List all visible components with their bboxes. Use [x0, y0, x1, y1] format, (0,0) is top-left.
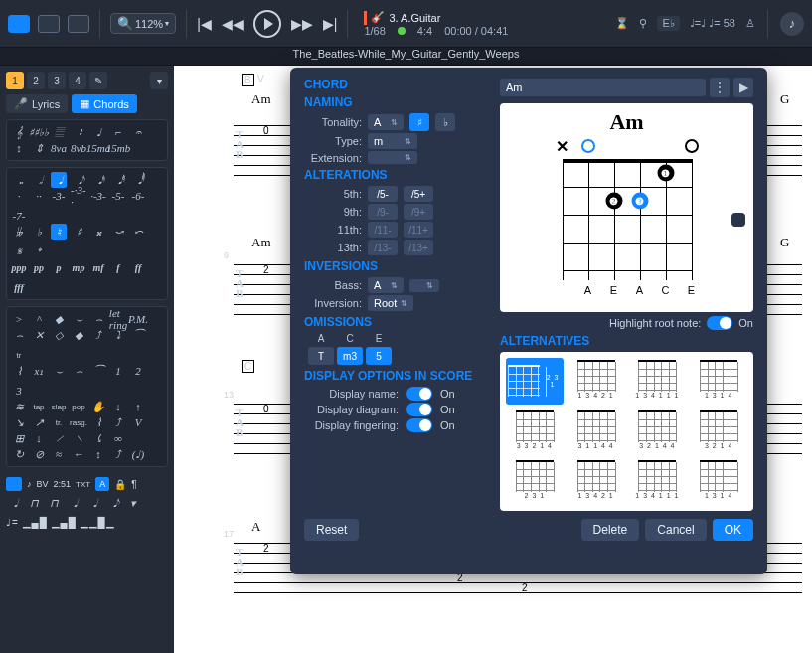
palette-item[interactable]: 𝅘𝅥: [51, 172, 67, 188]
palette-item[interactable]: ⊞: [11, 430, 27, 446]
palette-item[interactable]: 1: [110, 363, 126, 379]
palette-item[interactable]: V: [130, 414, 146, 430]
fretboard[interactable]: ✕ ❶ ❷ ❸ A E A C E: [563, 141, 692, 280]
palette-item[interactable]: ⟋: [51, 430, 67, 446]
alternative-chord[interactable]: 3 2 1 4: [690, 408, 747, 455]
palette-item[interactable]: rasg.: [71, 414, 86, 430]
palette-item[interactable]: ^: [31, 311, 47, 327]
palette-item[interactable]: ↗: [31, 414, 47, 430]
palette-item[interactable]: P.M.: [130, 311, 146, 327]
go-end-button[interactable]: ▶|: [323, 16, 338, 32]
palette-item[interactable]: ⤴: [110, 446, 126, 462]
palette-item[interactable]: 𝄚: [51, 124, 67, 140]
palette-item[interactable]: 𝅘𝅥: [85, 495, 101, 511]
fret-dot-root[interactable]: ❸: [631, 193, 648, 210]
palette-item[interactable]: ⟍: [71, 430, 86, 446]
omission-m3-button[interactable]: m3: [337, 347, 363, 365]
diagram-handle[interactable]: [731, 213, 745, 227]
palette-item[interactable]: -3-: [51, 188, 67, 204]
palette-item[interactable]: let ring: [110, 311, 126, 327]
alt-11-minus[interactable]: /11-: [368, 222, 398, 238]
zoom-control[interactable]: 🔍 112% ▾: [110, 13, 176, 34]
highlight-root-toggle[interactable]: [707, 316, 732, 330]
chord-play-button[interactable]: ▶: [733, 78, 753, 97]
tuning-fork-icon[interactable]: ⚲: [639, 17, 647, 30]
voice-1-button[interactable]: 1: [6, 72, 24, 89]
alternative-chord[interactable]: 2 3 1: [506, 458, 564, 505]
palette-item[interactable]: ⊓: [26, 495, 42, 511]
lyrics-tab[interactable]: 🎤Lyrics: [6, 94, 68, 113]
palette-item[interactable]: -·3-·: [71, 188, 86, 204]
edit-voice-button[interactable]: ✎: [89, 72, 107, 89]
edit-icon[interactable]: ¶: [131, 479, 136, 490]
alt-5-plus[interactable]: /5+: [404, 186, 433, 202]
key-indicator[interactable]: E♭: [657, 16, 679, 31]
palette-item[interactable]: ··: [31, 188, 47, 204]
palette-item[interactable]: ↓: [110, 399, 126, 414]
voice-2-button[interactable]: 2: [27, 72, 45, 89]
palette-item[interactable]: ⤻: [110, 224, 126, 240]
alternative-chord[interactable]: 3 1 1 4 4: [568, 408, 625, 455]
palette-item[interactable]: 𝅗𝅥: [31, 172, 47, 188]
play-button[interactable]: [253, 10, 281, 38]
go-start-button[interactable]: |◀: [197, 16, 212, 32]
omission-5-button[interactable]: 5: [366, 347, 392, 365]
palette-item[interactable]: 𝅘𝅥: [6, 495, 22, 511]
palette-item[interactable]: ↕: [90, 446, 106, 462]
palette-item[interactable]: ≈: [51, 446, 67, 462]
lock-icon[interactable]: 🔒: [114, 479, 126, 490]
chord-name-input[interactable]: Am: [500, 79, 706, 96]
view-mode-1-button[interactable]: [8, 15, 30, 33]
alt-9-minus[interactable]: /9-: [368, 204, 398, 220]
palette-item[interactable]: ▾: [125, 495, 141, 511]
forward-button[interactable]: ▶▶: [291, 16, 313, 32]
palette-item[interactable]: 𝄌: [31, 244, 47, 259]
palette-item[interactable]: 3: [11, 383, 27, 399]
palette-item[interactable]: ⊓: [46, 495, 62, 511]
palette-item[interactable]: tr: [11, 347, 27, 363]
palette-item[interactable]: ◆: [71, 327, 86, 343]
display-diagram-toggle[interactable]: [406, 403, 432, 416]
bass-select[interactable]: A⇅: [368, 277, 404, 293]
palette-item[interactable]: ⌢: [90, 311, 106, 327]
palette-item[interactable]: 𝄪: [90, 224, 106, 240]
palette-item[interactable]: -7-: [11, 208, 27, 224]
palette-item[interactable]: ♩: [90, 124, 106, 140]
palette-item[interactable]: ⤺: [130, 224, 146, 240]
palette-item[interactable]: tap: [31, 399, 47, 414]
palette-item[interactable]: ◆: [51, 311, 67, 327]
palette-item[interactable]: ↕: [11, 140, 27, 156]
palette-item[interactable]: 𝄐: [130, 124, 146, 140]
palette-item[interactable]: 𝅘𝅥𝅱: [130, 172, 146, 188]
palette-item[interactable]: ⤴: [90, 327, 106, 343]
palette-item[interactable]: ↓: [31, 430, 47, 446]
chord-diagram[interactable]: Am ✕ ❶ ❷ ❸ A E A: [500, 103, 753, 312]
alt-11-plus[interactable]: /11+: [404, 222, 433, 238]
palette-item[interactable]: ↻: [11, 446, 27, 462]
palette-item[interactable]: tr.: [51, 414, 67, 430]
palette-item[interactable]: ♯♯♭♭: [31, 124, 47, 140]
palette-item[interactable]: -5-: [110, 188, 126, 204]
palette-item[interactable]: f: [110, 259, 126, 275]
cancel-button[interactable]: Cancel: [645, 519, 706, 541]
palette-item[interactable]: mf: [90, 259, 106, 275]
palette-item[interactable]: 8vb: [71, 140, 86, 156]
palette-item[interactable]: (♩): [130, 446, 146, 462]
sharp-button[interactable]: ♯: [409, 113, 429, 131]
omission-t-button[interactable]: T: [308, 347, 334, 365]
palette-item[interactable]: 𝅘𝅥𝅮: [105, 495, 121, 511]
alt-5-minus[interactable]: /5-: [368, 186, 398, 202]
palette-item[interactable]: 𝄫: [11, 224, 27, 240]
palette-item[interactable]: ⇕: [31, 140, 47, 156]
alternative-chord[interactable]: 1 3 1 4: [690, 458, 747, 505]
display-fingering-toggle[interactable]: [406, 418, 432, 432]
palette-item[interactable]: 𝄽: [71, 124, 86, 140]
alternative-chord[interactable]: 1 3 4 1 1 1: [629, 358, 687, 405]
voice-3-button[interactable]: 3: [48, 72, 66, 89]
palette-item[interactable]: ·: [11, 188, 27, 204]
tonality-select[interactable]: A⇅: [368, 114, 404, 130]
fret-dot[interactable]: ❷: [605, 193, 622, 210]
palette-item[interactable]: slap: [51, 399, 67, 414]
palette-item[interactable]: fff: [11, 279, 27, 295]
ok-button[interactable]: OK: [713, 519, 753, 541]
